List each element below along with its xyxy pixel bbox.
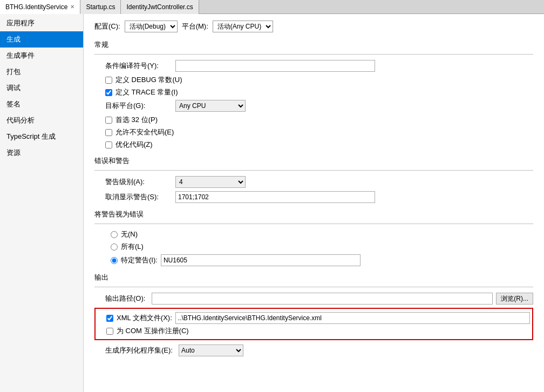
main-layout: 应用程序 生成 生成事件 打包 调试 签名 代码分析 TypeScript 生成… (0, 14, 544, 392)
conditional-compile-input[interactable] (175, 60, 375, 72)
section-general-title: 常规 (94, 40, 533, 50)
define-debug-row: 定义 DEBUG 常数(U) (94, 75, 533, 85)
all-radio-row: 所有(L) (94, 242, 533, 252)
prefer-32bit-checkbox[interactable] (105, 117, 112, 124)
sidebar-item-resources[interactable]: 资源 (0, 145, 83, 161)
define-debug-label: 定义 DEBUG 常数(U) (115, 75, 182, 85)
allow-unsafe-label: 允许不安全代码(E) (115, 127, 174, 137)
section-errors-title: 错误和警告 (94, 156, 533, 166)
none-radio[interactable] (111, 231, 118, 238)
content-area: 配置(C): 活动(Debug) 平台(M): 活动(Any CPU) 常规 条… (84, 14, 544, 392)
warning-level-row: 警告级别(A): 4 0 1 2 3 (94, 176, 533, 188)
conditional-compile-row: 条件编译符号(Y): (94, 60, 533, 72)
xml-doc-row: XML 文档文件(X): (98, 312, 530, 324)
xml-doc-input[interactable] (175, 312, 530, 324)
none-radio-label: 无(N) (121, 229, 138, 239)
output-path-input[interactable] (152, 293, 493, 305)
prefer-32bit-label: 首选 32 位(P) (115, 115, 158, 125)
target-platform-select[interactable]: Any CPU x64 x86 ARM (175, 100, 246, 112)
specific-radio[interactable] (111, 257, 118, 264)
sidebar-item-build-events[interactable]: 生成事件 (0, 48, 83, 64)
section-treat-warnings-title: 将警告视为错误 (94, 209, 533, 219)
divider-errors (94, 170, 533, 171)
com-interop-checkbox[interactable] (106, 328, 113, 335)
com-interop-row: 为 COM 互操作注册(C) (98, 326, 530, 336)
output-path-label: 输出路径(O): (105, 294, 148, 303)
com-interop-label: 为 COM 互操作注册(C) (117, 326, 189, 336)
sidebar-item-sign[interactable]: 签名 (0, 96, 83, 112)
prefer-32bit-row: 首选 32 位(P) (94, 115, 533, 125)
tab-bthg[interactable]: BTHG.IdentityService ✕ (0, 0, 80, 14)
sidebar-item-app[interactable]: 应用程序 (0, 15, 83, 31)
sidebar-item-package[interactable]: 打包 (0, 64, 83, 80)
target-platform-label: 目标平台(G): (105, 101, 175, 111)
sidebar: 应用程序 生成 生成事件 打包 调试 签名 代码分析 TypeScript 生成… (0, 14, 84, 392)
define-debug-checkbox[interactable] (105, 77, 112, 84)
output-path-row: 输出路径(O): 浏览(R)... (94, 293, 533, 305)
tab-bthg-close[interactable]: ✕ (70, 4, 74, 10)
platform-select[interactable]: 活动(Any CPU) (213, 21, 273, 32)
browse-button[interactable]: 浏览(R)... (496, 293, 533, 305)
warning-level-select[interactable]: 4 0 1 2 3 (175, 176, 246, 188)
serial-row: 生成序列化程序集(E): Auto On Off (94, 344, 533, 356)
xml-doc-label: XML 文档文件(X): (117, 313, 172, 323)
divider-warnings (94, 224, 533, 224)
divider-output (94, 287, 533, 287)
allow-unsafe-checkbox[interactable] (105, 129, 112, 136)
config-bar: 配置(C): 活动(Debug) 平台(M): 活动(Any CPU) (94, 21, 533, 32)
suppress-warnings-label: 取消显示警告(S): (105, 192, 175, 202)
tab-startup-label: Startup.cs (86, 3, 115, 11)
all-radio-label: 所有(L) (121, 242, 144, 252)
define-trace-row: 定义 TRACE 常量(I) (94, 87, 533, 97)
tab-startup[interactable]: Startup.cs (80, 0, 121, 14)
sidebar-item-debug[interactable]: 调试 (0, 80, 83, 96)
sidebar-item-code-analysis[interactable]: 代码分析 (0, 112, 83, 129)
none-radio-row: 无(N) (94, 229, 533, 239)
specific-warnings-input[interactable] (161, 254, 361, 266)
define-trace-label: 定义 TRACE 常量(I) (115, 87, 178, 97)
optimize-row: 优化代码(Z) (94, 140, 533, 150)
optimize-label: 优化代码(Z) (115, 140, 153, 150)
sidebar-item-build[interactable]: 生成 (0, 31, 83, 48)
optimize-checkbox[interactable] (105, 141, 112, 148)
serial-label: 生成序列化程序集(E): (105, 346, 175, 355)
suppress-warnings-row: 取消显示警告(S): (94, 191, 533, 203)
platform-label: 平台(M): (182, 22, 208, 31)
target-platform-row: 目标平台(G): Any CPU x64 x86 ARM (94, 100, 533, 112)
allow-unsafe-row: 允许不安全代码(E) (94, 127, 533, 137)
conditional-compile-label: 条件编译符号(Y): (105, 61, 175, 71)
suppress-warnings-input[interactable] (175, 191, 375, 203)
tab-identity-label: IdentityJwtController.cs (126, 3, 193, 11)
serial-select[interactable]: Auto On Off (179, 344, 243, 356)
specific-radio-label: 特定警告(I): (121, 255, 158, 265)
all-radio[interactable] (111, 244, 118, 251)
config-select[interactable]: 活动(Debug) (125, 21, 178, 32)
xml-doc-checkbox[interactable] (106, 315, 113, 322)
tab-bar: BTHG.IdentityService ✕ Startup.cs Identi… (0, 0, 544, 14)
tab-identity[interactable]: IdentityJwtController.cs (121, 0, 199, 14)
sidebar-item-typescript[interactable]: TypeScript 生成 (0, 129, 83, 145)
section-output-title: 输出 (94, 273, 533, 282)
divider-general (94, 54, 533, 55)
tab-bthg-label: BTHG.IdentityService (5, 3, 67, 11)
specific-radio-row: 特定警告(I): (94, 254, 533, 266)
xml-highlight-box: XML 文档文件(X): 为 COM 互操作注册(C) (94, 308, 533, 340)
config-label: 配置(C): (94, 22, 120, 31)
warning-level-label: 警告级别(A): (105, 177, 175, 187)
define-trace-checkbox[interactable] (105, 89, 112, 96)
